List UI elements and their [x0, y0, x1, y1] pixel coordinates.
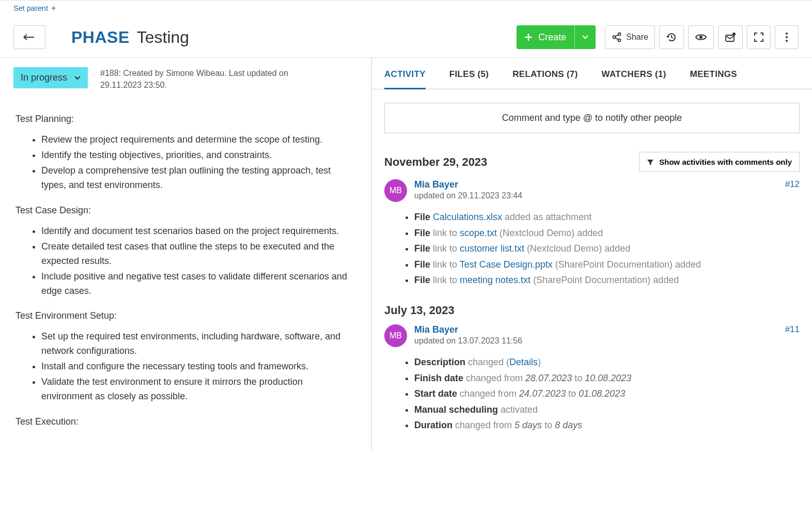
details-link[interactable]: Details — [509, 357, 538, 367]
set-parent-link[interactable]: Set parent + — [0, 1, 812, 16]
list-item: Create detailed test cases that outline … — [41, 240, 356, 269]
file-link[interactable]: scope.txt — [460, 228, 497, 238]
history-button[interactable] — [659, 25, 684, 49]
svg-point-5 — [732, 33, 736, 36]
status-label: In progress — [21, 72, 67, 83]
watch-button[interactable] — [688, 25, 714, 49]
meta-info: #188: Created by Simone Wibeau. Last upd… — [100, 67, 327, 91]
svg-point-8 — [786, 40, 788, 42]
tabs: ACTIVITY FILES (5) RELATIONS (7) WATCHER… — [372, 58, 812, 89]
list-item: Review the project requirements and dete… — [41, 133, 356, 147]
tab-watchers[interactable]: WATCHERS (1) — [602, 69, 666, 89]
entry-number[interactable]: #11 — [785, 324, 800, 335]
section-title: Test Environment Setup: — [15, 310, 356, 321]
svg-point-3 — [699, 36, 702, 39]
create-label: Create — [538, 32, 566, 43]
plus-icon — [524, 33, 533, 42]
plus-icon: + — [51, 4, 56, 13]
tab-meetings[interactable]: MEETINGS — [690, 69, 737, 89]
create-dropdown[interactable] — [574, 25, 596, 49]
comment-input[interactable]: Comment and type @ to notify other peopl… — [384, 103, 800, 133]
activity-item: File link to Test Case Design.pptx (Shar… — [414, 257, 800, 273]
list-item: Include positive and negative test cases… — [41, 270, 356, 299]
share-button[interactable]: Share — [605, 25, 655, 49]
activity-item: Manual scheduling activated — [414, 402, 800, 418]
set-parent-label: Set parent — [13, 4, 48, 12]
entry-time: updated on 29.11.2023 23:44 — [414, 191, 522, 200]
share-label: Share — [626, 33, 648, 42]
user-link[interactable]: Mia Bayer — [414, 324, 522, 335]
back-button[interactable] — [13, 25, 45, 49]
eye-icon — [695, 33, 707, 41]
kebab-icon — [785, 32, 788, 42]
activity-item: Finish date changed from 28.07.2023 to 1… — [414, 370, 800, 386]
left-panel: In progress #188: Created by Simone Wibe… — [0, 58, 372, 451]
list-item: Identify the testing objectives, priorit… — [41, 148, 356, 163]
header-row: PHASE Testing Create Share — [0, 16, 812, 58]
tab-activity[interactable]: ACTIVITY — [384, 69, 426, 89]
chevron-down-icon — [74, 76, 81, 80]
activity-date: November 29, 2023 — [384, 155, 487, 169]
fullscreen-button[interactable] — [747, 25, 771, 49]
status-dropdown[interactable]: In progress — [13, 67, 88, 88]
filter-label: Show activities with comments only — [659, 158, 792, 166]
list-item: Develop a comprehensive test plan outlin… — [41, 164, 356, 193]
section-title: Test Execution: — [15, 416, 356, 427]
entry-number[interactable]: #12 — [785, 179, 800, 190]
activity-item: File link to meeting notes.txt (SharePoi… — [414, 272, 800, 288]
tab-files[interactable]: FILES (5) — [449, 69, 489, 89]
expand-icon — [754, 32, 764, 42]
tab-relations[interactable]: RELATIONS (7) — [512, 69, 577, 89]
file-link[interactable]: customer list.txt — [460, 243, 524, 254]
mark-read-icon — [725, 32, 736, 42]
svg-point-6 — [786, 33, 788, 35]
entry-time: updated on 13.07.2023 11:56 — [414, 336, 522, 346]
filter-comments-button[interactable]: Show activities with comments only — [639, 152, 800, 172]
list-item: Identify and document test scenarios bas… — [41, 224, 356, 239]
create-button[interactable]: Create — [517, 25, 596, 49]
activity-item: File Calculations.xlsx added as attachme… — [414, 209, 800, 225]
activity-item: Duration changed from 5 days to 8 days — [414, 417, 800, 433]
section-title: Test Case Design: — [15, 205, 356, 216]
list-item: Validate the test environment to ensure … — [41, 375, 356, 404]
page-title[interactable]: Testing — [137, 28, 189, 47]
user-link[interactable]: Mia Bayer — [414, 179, 522, 190]
description: Test Planning: Review the project requir… — [13, 114, 356, 427]
activity-item: File link to scope.txt (Nextcloud Demo) … — [414, 225, 800, 241]
list-item: Install and configure the necessary test… — [41, 360, 356, 374]
share-icon — [612, 32, 622, 42]
activity-date: July 13, 2023 — [384, 304, 455, 317]
work-package-type: PHASE — [71, 28, 130, 47]
section-title: Test Planning: — [15, 114, 356, 124]
activity-entry: MB Mia Bayer updated on 29.11.2023 23:44… — [384, 179, 800, 288]
activity-item: Start date changed from 24.07.2023 to 01… — [414, 386, 800, 402]
filter-icon — [647, 159, 654, 166]
back-arrow-icon — [23, 33, 36, 41]
file-link[interactable]: Test Case Design.pptx — [460, 259, 553, 270]
avatar[interactable]: MB — [384, 179, 407, 202]
activity-item: Description changed (Details) — [414, 354, 800, 370]
activity-entry: MB Mia Bayer updated on 13.07.2023 11:56… — [384, 324, 800, 433]
activity-item: File link to customer list.txt (Nextclou… — [414, 241, 800, 257]
history-icon — [666, 32, 677, 43]
svg-point-7 — [786, 36, 788, 38]
file-link[interactable]: meeting notes.txt — [460, 275, 530, 285]
right-panel: ACTIVITY FILES (5) RELATIONS (7) WATCHER… — [372, 58, 812, 451]
list-item: Set up the required test environments, i… — [41, 330, 356, 358]
more-button[interactable] — [775, 25, 799, 49]
avatar[interactable]: MB — [384, 324, 407, 347]
chevron-down-icon — [582, 35, 588, 39]
notification-button[interactable] — [718, 25, 743, 49]
file-link[interactable]: Calculations.xlsx — [433, 212, 502, 222]
